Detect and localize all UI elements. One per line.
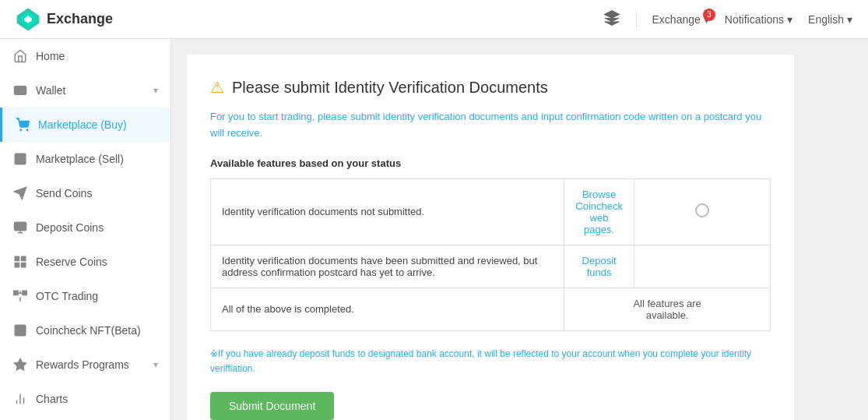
radio-button-1[interactable] bbox=[695, 203, 709, 217]
sidebar-item-send-coins[interactable]: Send Coins bbox=[0, 176, 170, 210]
sidebar-item-marketplace-sell[interactable]: Marketplace (Sell) bbox=[0, 142, 170, 176]
sidebar-item-coincheck-nft[interactable]: Coincheck NFT(Beta) bbox=[0, 313, 170, 348]
svg-rect-16 bbox=[14, 291, 18, 295]
svg-point-5 bbox=[26, 129, 28, 131]
description-text: For you to start trading, please submit … bbox=[210, 109, 771, 142]
sidebar-item-wallet[interactable]: Wallet ▾ bbox=[0, 73, 170, 108]
svg-rect-14 bbox=[15, 263, 19, 267]
sidebar: Home Wallet ▾ Marketplace (Buy) Marketpl… bbox=[0, 39, 171, 420]
radio-cell-1[interactable] bbox=[634, 178, 770, 245]
marketplace-buy-icon bbox=[15, 117, 30, 132]
svg-rect-15 bbox=[22, 263, 26, 267]
marketplace-sell-icon bbox=[12, 151, 28, 167]
svg-point-4 bbox=[20, 129, 22, 131]
status-cell-2: Identity verification documents have bee… bbox=[211, 245, 564, 288]
notifications-label: Notifications bbox=[725, 13, 784, 26]
svg-rect-12 bbox=[15, 256, 19, 260]
sidebar-item-reserve-coins[interactable]: Reserve Coins bbox=[0, 245, 170, 279]
sidebar-item-send-coins-label: Send Coins bbox=[36, 187, 92, 199]
send-icon bbox=[12, 185, 28, 201]
table-row: Identity verification documents have bee… bbox=[211, 245, 771, 288]
notifications-chevron-icon: ▾ bbox=[787, 13, 792, 26]
header-right: Exchange 3 ▾ Notifications ▾ English ▾ bbox=[603, 9, 852, 29]
header-divider bbox=[636, 12, 637, 27]
header: Exchange Exchange 3 ▾ Notifications ▾ En… bbox=[0, 0, 868, 39]
features-heading: Available features based on your status bbox=[210, 157, 771, 169]
wallet-chevron-icon: ▾ bbox=[153, 85, 158, 96]
status-cell-1: Identity verification documents not subm… bbox=[211, 178, 564, 245]
svg-marker-8 bbox=[15, 188, 26, 199]
sidebar-item-marketplace-buy-label: Marketplace (Buy) bbox=[38, 118, 127, 131]
main-content: ⚠ Please submit Identity Verification Do… bbox=[171, 39, 868, 420]
sidebar-item-home-label: Home bbox=[36, 50, 65, 62]
sidebar-item-charts[interactable]: Charts bbox=[0, 382, 170, 416]
warning-icon: ⚠ bbox=[210, 78, 224, 97]
submit-document-button[interactable]: Submit Document bbox=[210, 392, 334, 420]
status-text-3: All of the above is completed. bbox=[222, 303, 354, 315]
empty-cell-2 bbox=[634, 245, 770, 288]
note-text: ※If you have already deposit funds to de… bbox=[210, 347, 771, 376]
sidebar-item-rewards-programs-label: Rewards Programs bbox=[36, 358, 129, 371]
verification-card: ⚠ Please submit Identity Verification Do… bbox=[187, 55, 794, 420]
status-text-1: Identity verification documents not subm… bbox=[222, 206, 424, 217]
wallet-icon bbox=[12, 83, 28, 98]
exchange-nav[interactable]: Exchange 3 ▾ bbox=[652, 13, 709, 26]
svg-rect-13 bbox=[22, 256, 26, 260]
sidebar-item-reserve-coins-label: Reserve Coins bbox=[36, 256, 107, 268]
svg-rect-9 bbox=[15, 222, 26, 231]
status-cell-3: All of the above is completed. bbox=[211, 288, 564, 330]
nft-icon bbox=[12, 323, 28, 338]
sidebar-item-rewards-programs[interactable]: Rewards Programs ▾ bbox=[0, 348, 170, 382]
sidebar-item-marketplace-sell-label: Marketplace (Sell) bbox=[36, 153, 124, 165]
sidebar-item-deposit-coins[interactable]: Deposit Coins bbox=[0, 210, 170, 245]
reserve-icon bbox=[12, 254, 28, 270]
logo-icon bbox=[16, 7, 40, 32]
svg-rect-17 bbox=[23, 291, 26, 295]
home-icon bbox=[12, 48, 28, 64]
sidebar-item-otc-trading-label: OTC Trading bbox=[36, 290, 98, 302]
deposit-icon bbox=[12, 220, 28, 235]
feature-cell-2: Deposit funds bbox=[564, 245, 634, 288]
feature-cell-3: All features areavailable. bbox=[564, 288, 771, 330]
layout: Home Wallet ▾ Marketplace (Buy) Marketpl… bbox=[0, 39, 868, 420]
sidebar-item-coincheck-nft-label: Coincheck NFT(Beta) bbox=[36, 324, 141, 337]
language-nav[interactable]: English ▾ bbox=[808, 13, 852, 26]
sidebar-item-charts-label: Charts bbox=[36, 393, 68, 405]
table-row: All of the above is completed. All featu… bbox=[211, 288, 771, 330]
sidebar-item-wallet-label: Wallet bbox=[36, 84, 65, 97]
language-label: English bbox=[808, 13, 844, 26]
rewards-icon bbox=[12, 357, 28, 372]
logo-text: Exchange bbox=[47, 11, 113, 27]
language-chevron-icon: ▾ bbox=[847, 13, 852, 26]
sidebar-item-home[interactable]: Home bbox=[0, 39, 170, 73]
otc-icon bbox=[12, 288, 28, 304]
sidebar-item-otc-trading[interactable]: OTC Trading bbox=[0, 279, 170, 313]
3d-box-icon[interactable] bbox=[603, 9, 620, 29]
page-title: Please submit Identity Verification Docu… bbox=[232, 79, 548, 97]
exchange-label: Exchange bbox=[652, 13, 701, 26]
feature-cell-1: Browse Coincheckweb pages. bbox=[564, 178, 634, 245]
notification-badge: 3 bbox=[703, 9, 715, 21]
alert-header: ⚠ Please submit Identity Verification Do… bbox=[210, 78, 771, 97]
logo-area: Exchange bbox=[16, 7, 187, 32]
features-table: Identity verification documents not subm… bbox=[210, 178, 771, 331]
status-text-2: Identity verification documents have bee… bbox=[222, 255, 537, 278]
sidebar-item-marketplace-buy[interactable]: Marketplace (Buy) bbox=[0, 108, 170, 142]
notifications-nav[interactable]: Notifications ▾ bbox=[725, 13, 792, 26]
svg-rect-3 bbox=[15, 86, 26, 95]
charts-icon bbox=[12, 391, 28, 407]
rewards-chevron-icon: ▾ bbox=[153, 359, 158, 370]
table-row: Identity verification documents not subm… bbox=[211, 178, 771, 245]
sidebar-item-deposit-coins-label: Deposit Coins bbox=[36, 221, 104, 234]
